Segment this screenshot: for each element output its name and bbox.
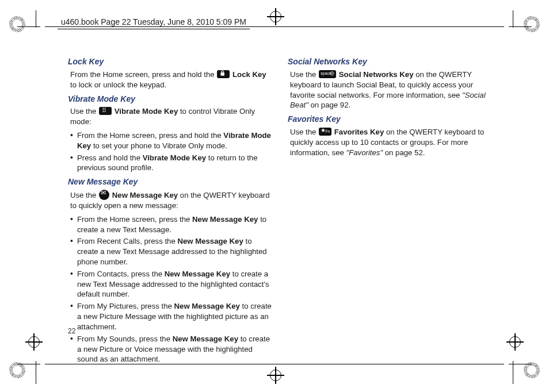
text: on page 92. <box>310 101 350 109</box>
lock-key-icon <box>217 70 230 78</box>
text: Press and hold the <box>77 153 143 162</box>
lock-key-paragraph: From the Home screen, press and hold the… <box>68 70 272 90</box>
page-number: 22 <box>68 326 75 336</box>
running-header: u460.book Page 22 Tuesday, June 8, 2010 … <box>58 16 250 29</box>
text: From the Home screen, press and hold the <box>70 70 216 79</box>
text-bold: New Message Key <box>112 191 178 199</box>
text-bold: New Message Key <box>174 302 240 310</box>
registration-mark-icon <box>9 16 25 32</box>
text-bold: New Message Key <box>192 215 258 224</box>
crop-mark <box>17 26 40 27</box>
favorites-paragraph: Use the Favorites Key on the QWERTY keyb… <box>288 127 491 157</box>
crop-mark <box>36 10 36 28</box>
left-column: Lock Key From the Home screen, press and… <box>68 53 272 368</box>
cross-reference: "Favorites" <box>346 148 383 157</box>
text: on page 52. <box>385 148 425 157</box>
text: to set your phone to Vibrate Only mode. <box>93 141 227 150</box>
registration-mark-icon <box>524 362 540 378</box>
registration-mark-icon <box>524 16 540 32</box>
list-item: Press and hold the Vibrate Mode Key to r… <box>70 153 272 174</box>
crop-mark <box>513 361 513 384</box>
registration-mark-icon <box>9 362 25 378</box>
text-bold: Vibrate Mode Key <box>143 153 206 162</box>
crosshair-icon <box>267 367 284 384</box>
new-message-key-icon <box>99 190 109 200</box>
crosshair-icon <box>25 333 43 351</box>
heading-lock-key: Lock Key <box>68 56 272 67</box>
list-item: From the Home screen, press the New Mess… <box>70 214 272 235</box>
text: From the Home screen, press and hold the <box>77 131 223 140</box>
list-item: From Contacts, press the New Message Key… <box>70 269 272 299</box>
list-item: From Recent Calls, press the New Message… <box>70 236 272 267</box>
favorites-key-icon <box>319 128 331 136</box>
newmsg-intro: Use the New Message Key on the QWERTY ke… <box>68 190 272 211</box>
right-column: Social Networks Key Use the Social Netwo… <box>288 53 491 368</box>
text: From the Home screen, press the <box>77 215 192 224</box>
vibrate-intro: Use the Vibrate Mode Key to control Vibr… <box>68 106 272 127</box>
list-item: From My Pictures, press the New Message … <box>70 301 272 332</box>
text: Use the <box>290 70 318 79</box>
text: Use the <box>290 128 318 136</box>
social-networks-key-icon <box>319 70 336 78</box>
text: From Contacts, press the <box>77 270 165 278</box>
text-bold: Lock Key <box>232 70 266 79</box>
list-item: From My Sounds, press the New Message Ke… <box>70 334 272 364</box>
page-content: Lock Key From the Home screen, press and… <box>68 53 491 368</box>
vibrate-key-icon <box>99 107 112 115</box>
text-bold: Favorites Key <box>334 128 384 136</box>
text-bold: Social Networks Key <box>339 70 414 79</box>
newmsg-list: From the Home screen, press the New Mess… <box>68 214 272 364</box>
text: From My Pictures, press the <box>77 302 174 310</box>
crop-mark <box>509 364 532 364</box>
crop-mark <box>17 364 40 364</box>
crop-mark <box>509 26 532 27</box>
text: From My Sounds, press the <box>77 335 173 343</box>
text-bold: Vibrate Mode Key <box>115 107 178 116</box>
social-paragraph: Use the Social Networks Key on the QWERT… <box>288 70 491 110</box>
text: Use the <box>70 191 98 199</box>
crop-mark <box>36 361 36 384</box>
heading-vibrate-mode-key: Vibrate Mode Key <box>68 94 272 105</box>
crop-mark <box>513 10 513 28</box>
text-bold: New Message Key <box>173 335 238 343</box>
text: Use the <box>70 107 98 116</box>
list-item: From the Home screen, press and hold the… <box>70 130 272 151</box>
heading-new-message-key: New Message Key <box>68 176 272 187</box>
vibrate-list: From the Home screen, press and hold the… <box>68 130 272 173</box>
crosshair-icon <box>506 333 524 351</box>
heading-favorites-key: Favorites Key <box>288 114 491 125</box>
crosshair-icon <box>267 8 284 25</box>
text: to lock or unlock the keypad. <box>70 80 166 89</box>
text-bold: New Message Key <box>165 270 230 278</box>
text-bold: New Message Key <box>177 237 243 245</box>
text: From Recent Calls, press the <box>77 237 177 245</box>
heading-social-networks-key: Social Networks Key <box>288 56 491 67</box>
